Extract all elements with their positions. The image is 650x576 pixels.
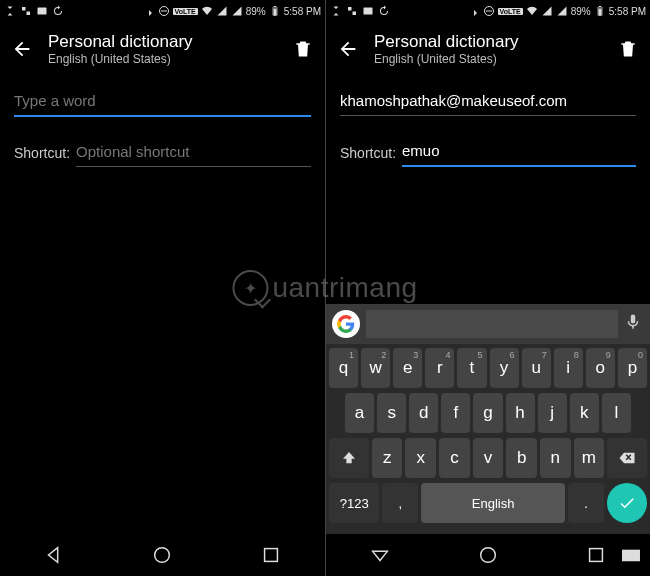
shift-key[interactable] — [329, 438, 369, 478]
nav-home[interactable] — [151, 544, 173, 566]
period-key[interactable]: . — [568, 483, 604, 523]
suggestion-bar — [326, 304, 650, 344]
svg-rect-4 — [274, 6, 276, 7]
status-icon — [4, 5, 16, 17]
svg-rect-13 — [598, 9, 601, 16]
page-subtitle: English (United States) — [374, 52, 614, 66]
key-q[interactable]: 1q — [329, 348, 358, 388]
do-not-disturb-icon — [158, 5, 170, 17]
nav-home[interactable] — [477, 544, 499, 566]
key-b[interactable]: b — [506, 438, 537, 478]
shortcut-input[interactable] — [76, 135, 311, 167]
key-n[interactable]: n — [540, 438, 571, 478]
delete-button[interactable] — [614, 35, 642, 63]
back-button[interactable] — [8, 35, 36, 63]
image-icon — [362, 5, 374, 17]
key-y[interactable]: 6y — [490, 348, 519, 388]
key-z[interactable]: z — [372, 438, 403, 478]
content-area: Shortcut: — [326, 76, 650, 304]
wifi-icon — [201, 5, 213, 17]
key-e[interactable]: 3e — [393, 348, 422, 388]
svg-rect-8 — [364, 8, 373, 15]
key-d[interactable]: d — [409, 393, 438, 433]
nav-back-down[interactable] — [369, 544, 391, 566]
shortcut-label: Shortcut: — [14, 145, 70, 167]
key-c[interactable]: c — [439, 438, 470, 478]
status-bar: VoLTE 89% 5:58 PM — [326, 0, 650, 22]
key-l[interactable]: l — [602, 393, 631, 433]
key-f[interactable]: f — [441, 393, 470, 433]
nav-recent[interactable] — [585, 544, 607, 566]
enter-key[interactable] — [607, 483, 647, 523]
keyboard-switch-icon[interactable] — [620, 544, 642, 566]
key-k[interactable]: k — [570, 393, 599, 433]
battery-percent: 89% — [246, 6, 266, 17]
key-p[interactable]: 0p — [618, 348, 647, 388]
back-button[interactable] — [334, 35, 362, 63]
key-h[interactable]: h — [506, 393, 535, 433]
svg-point-6 — [155, 548, 170, 563]
nav-bar — [0, 534, 325, 576]
google-icon[interactable] — [332, 310, 360, 338]
svg-rect-7 — [264, 549, 277, 562]
key-g[interactable]: g — [473, 393, 502, 433]
key-a[interactable]: a — [345, 393, 374, 433]
key-s[interactable]: s — [377, 393, 406, 433]
volte-badge: VoLTE — [173, 8, 198, 15]
clock: 5:58 PM — [284, 6, 321, 17]
do-not-disturb-icon — [483, 5, 495, 17]
key-j[interactable]: j — [538, 393, 567, 433]
key-t[interactable]: 5t — [457, 348, 486, 388]
word-input[interactable] — [340, 84, 636, 116]
word-input[interactable] — [14, 84, 311, 117]
shortcut-input[interactable] — [402, 134, 636, 167]
svg-rect-15 — [590, 549, 603, 562]
shortcut-label: Shortcut: — [340, 145, 396, 167]
comma-key[interactable]: , — [382, 483, 418, 523]
key-i[interactable]: 8i — [554, 348, 583, 388]
image-icon — [36, 5, 48, 17]
nav-recent[interactable] — [260, 544, 282, 566]
bluetooth-icon — [143, 5, 155, 17]
svg-point-14 — [481, 548, 496, 563]
page-title: Personal dictionary — [48, 32, 289, 52]
delete-button[interactable] — [289, 35, 317, 63]
key-r[interactable]: 4r — [425, 348, 454, 388]
phone-screen-left: VoLTE 89% 5:58 PM Personal dictionary En… — [0, 0, 325, 576]
key-u[interactable]: 7u — [522, 348, 551, 388]
toolbar: Personal dictionary English (United Stat… — [0, 22, 325, 76]
key-o[interactable]: 9o — [586, 348, 615, 388]
phone-screen-right: VoLTE 89% 5:58 PM Personal dictionary En… — [325, 0, 650, 576]
battery-icon — [594, 5, 606, 17]
space-key[interactable]: English — [421, 483, 565, 523]
svg-rect-12 — [599, 6, 601, 7]
refresh-icon — [52, 5, 64, 17]
signal-icon — [231, 5, 243, 17]
volte-badge: VoLTE — [498, 8, 523, 15]
nav-back[interactable] — [43, 544, 65, 566]
signal-icon — [216, 5, 228, 17]
key-x[interactable]: x — [405, 438, 436, 478]
status-icon — [20, 5, 32, 17]
status-bar: VoLTE 89% 5:58 PM — [0, 0, 325, 22]
keyboard: 1q2w3e4r5t6y7u8i9o0p asdfghjkl zxcvbnm ?… — [326, 304, 650, 534]
clock: 5:58 PM — [609, 6, 646, 17]
suggestion-strip[interactable] — [366, 310, 618, 338]
signal-icon — [541, 5, 553, 17]
backspace-key[interactable] — [607, 438, 647, 478]
status-icon — [330, 5, 342, 17]
mic-icon[interactable] — [624, 313, 644, 335]
nav-bar — [326, 534, 650, 576]
svg-rect-5 — [273, 9, 276, 16]
svg-rect-16 — [623, 550, 640, 560]
bluetooth-icon — [468, 5, 480, 17]
key-m[interactable]: m — [574, 438, 605, 478]
symbols-key[interactable]: ?123 — [329, 483, 379, 523]
battery-icon — [269, 5, 281, 17]
key-v[interactable]: v — [473, 438, 504, 478]
page-title: Personal dictionary — [374, 32, 614, 52]
toolbar: Personal dictionary English (United Stat… — [326, 22, 650, 76]
svg-rect-0 — [38, 8, 47, 15]
key-w[interactable]: 2w — [361, 348, 390, 388]
refresh-icon — [378, 5, 390, 17]
